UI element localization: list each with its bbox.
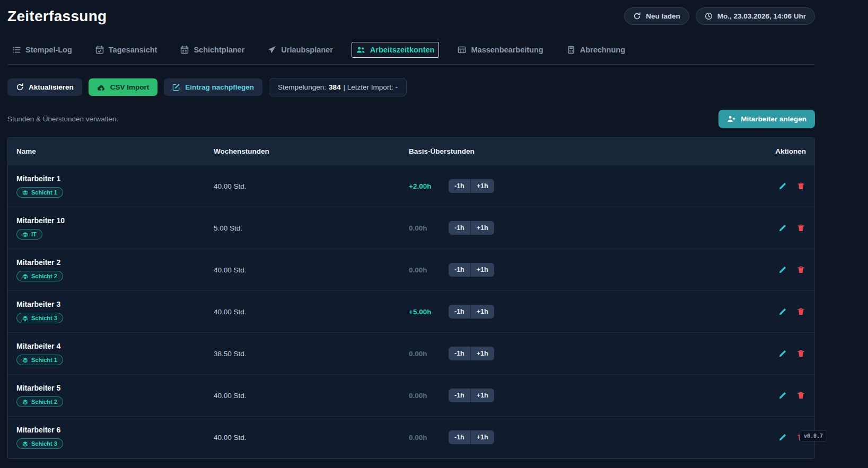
calendar-check-icon	[95, 46, 104, 54]
edit-button[interactable]	[777, 390, 788, 401]
tab-tagesansicht[interactable]: Tagesansicht	[91, 42, 162, 58]
pencil-icon	[778, 349, 787, 358]
table-row: Mitarbeiter 10 IT 5.00 Std. 0.00h -1h +1…	[8, 207, 814, 249]
shift-badge: Schicht 1	[16, 355, 63, 365]
minus-1h-button[interactable]: -1h	[449, 263, 471, 277]
toolbar: Aktualisieren CSV Import Eintrag nachpfl…	[7, 78, 815, 96]
delete-button[interactable]	[796, 348, 806, 359]
column-header-basis-ueberstunden: Basis-Überstunden	[409, 147, 748, 155]
overtime-adjust-group: -1h +1h	[449, 221, 494, 235]
column-header-aktionen: Aktionen	[748, 147, 806, 155]
delete-button[interactable]	[796, 390, 806, 401]
trash-icon	[797, 391, 805, 400]
minus-1h-button[interactable]: -1h	[449, 221, 471, 235]
stats-label: Stempelungen:	[278, 83, 326, 91]
employee-name: Mitarbeiter 4	[16, 342, 60, 350]
tab-label: Schichtplaner	[194, 46, 244, 54]
refresh-icon	[16, 83, 24, 91]
tab-urlaubsplaner[interactable]: Urlaubsplaner	[263, 42, 338, 58]
tab-label: Massenbearbeitung	[471, 46, 543, 54]
tab-abrechnung[interactable]: Abrechnung	[562, 42, 630, 58]
delete-button[interactable]	[796, 306, 806, 317]
trash-icon	[797, 307, 805, 316]
shift-badge: IT	[16, 229, 42, 240]
tab-label: Urlaubsplaner	[281, 46, 333, 54]
edit-button[interactable]	[777, 348, 788, 359]
table-header: Name Wochenstunden Basis-Überstunden Akt…	[8, 138, 814, 165]
refresh-button[interactable]: Aktualisieren	[7, 78, 82, 96]
overtime-adjust-group: -1h +1h	[449, 388, 494, 402]
shift-badge-label: Schicht 3	[31, 315, 57, 321]
tab-arbeitszeitkonten[interactable]: Arbeitszeitkonten	[352, 42, 440, 58]
edit-button[interactable]	[777, 306, 788, 317]
calendar-icon	[180, 46, 189, 54]
column-header-name: Name	[16, 147, 214, 155]
plus-1h-button[interactable]: +1h	[471, 430, 494, 444]
overtime-value: 0.00h	[409, 434, 449, 441]
section-head: Stunden & Überstunden verwalten. Mitarbe…	[7, 110, 815, 128]
datetime-button[interactable]: Mo., 23.03.2026, 14:06 Uhr	[696, 7, 815, 25]
refresh-icon	[633, 12, 641, 20]
overtime-value: +5.00h	[409, 308, 449, 316]
edit-button[interactable]	[777, 432, 788, 443]
plane-icon	[268, 46, 276, 54]
trash-icon	[797, 182, 805, 190]
shift-badge-label: Schicht 1	[31, 357, 57, 363]
person-plus-icon	[727, 115, 736, 123]
tab-bar: Stempel-Log Tagesansicht Schichtplaner U…	[7, 42, 815, 65]
minus-1h-button[interactable]: -1h	[449, 347, 471, 360]
shift-badge: Schicht 3	[16, 438, 63, 449]
minus-1h-button[interactable]: -1h	[449, 388, 471, 402]
weekly-hours: 40.00 Std.	[214, 308, 409, 316]
topbar: Zeiterfassung Neu laden Mo., 23.03.2026,…	[7, 7, 815, 25]
overtime-adjust-group: -1h +1h	[449, 179, 494, 193]
pencil-icon	[778, 224, 787, 232]
shift-badge-label: Schicht 3	[31, 440, 57, 447]
csv-import-label: CSV Import	[110, 83, 150, 91]
edit-button[interactable]	[777, 264, 788, 275]
minus-1h-button[interactable]: -1h	[449, 430, 471, 444]
edit-button[interactable]	[777, 223, 788, 233]
overtime-adjust-group: -1h +1h	[449, 305, 494, 319]
employee-name: Mitarbeiter 2	[16, 258, 60, 267]
plus-1h-button[interactable]: +1h	[471, 305, 494, 319]
delete-button[interactable]	[796, 223, 806, 233]
tab-label: Stempel-Log	[25, 46, 72, 54]
overtime-value: 0.00h	[409, 266, 449, 274]
pencil-icon	[778, 307, 787, 316]
plus-1h-button[interactable]: +1h	[471, 388, 494, 402]
layers-icon	[22, 357, 28, 363]
tab-stempel-log[interactable]: Stempel-Log	[7, 42, 77, 58]
csv-import-button[interactable]: CSV Import	[89, 78, 158, 96]
overtime-value: 0.00h	[409, 392, 449, 400]
delete-button[interactable]	[796, 264, 806, 275]
add-employee-button[interactable]: Mitarbeiter anlegen	[718, 110, 815, 128]
pencil-icon	[778, 182, 787, 190]
trash-icon	[797, 224, 805, 232]
section-subtitle: Stunden & Überstunden verwalten.	[7, 115, 118, 123]
edit-button[interactable]	[777, 181, 788, 191]
reload-button[interactable]: Neu laden	[624, 7, 689, 25]
tab-schichtplaner[interactable]: Schichtplaner	[176, 42, 249, 58]
table-row: Mitarbeiter 6 Schicht 3 40.00 Std. 0.00h…	[8, 417, 814, 458]
plus-1h-button[interactable]: +1h	[471, 263, 494, 277]
backfill-entry-button[interactable]: Eintrag nachpflegen	[164, 78, 262, 96]
tab-massenbearbeitung[interactable]: Massenbearbeitung	[453, 42, 548, 58]
table-icon	[458, 46, 466, 54]
minus-1h-button[interactable]: -1h	[449, 179, 471, 193]
minus-1h-button[interactable]: -1h	[449, 305, 471, 319]
list-icon	[12, 46, 21, 54]
delete-button[interactable]	[796, 181, 806, 191]
plus-1h-button[interactable]: +1h	[471, 221, 494, 235]
plus-1h-button[interactable]: +1h	[471, 179, 494, 193]
tab-label: Abrechnung	[580, 46, 625, 54]
overtime-value: +2.00h	[409, 182, 449, 190]
stats-suffix: | Letzter Import: -	[343, 83, 398, 91]
topbar-actions: Neu laden Mo., 23.03.2026, 14:06 Uhr	[624, 7, 815, 25]
shift-badge-label: IT	[31, 231, 37, 237]
table-row: Mitarbeiter 1 Schicht 1 40.00 Std. +2.00…	[8, 165, 814, 207]
employee-name: Mitarbeiter 3	[16, 300, 60, 308]
plus-1h-button[interactable]: +1h	[471, 347, 494, 360]
users-icon	[356, 46, 365, 54]
add-employee-label: Mitarbeiter anlegen	[741, 115, 806, 123]
